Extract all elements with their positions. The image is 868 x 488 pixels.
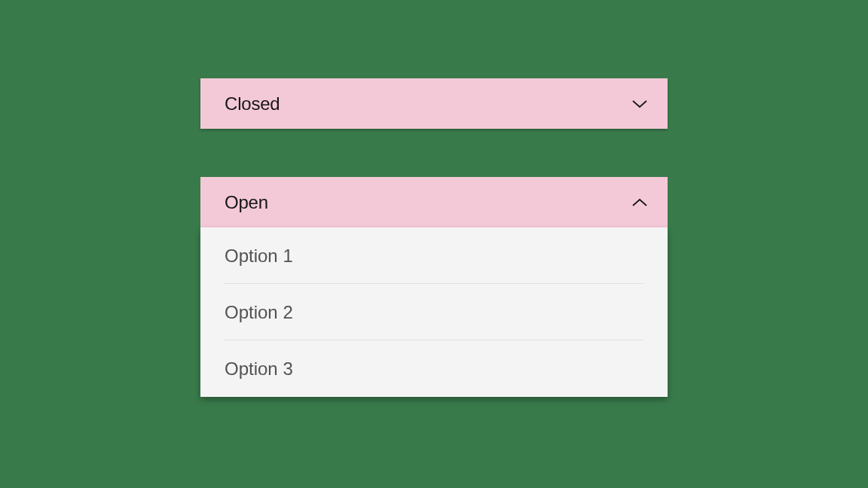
dropdown-option[interactable]: Option 1 <box>200 227 668 284</box>
dropdown-option-label: Option 3 <box>225 358 293 380</box>
dropdown-option[interactable]: Option 2 <box>200 284 668 340</box>
dropdown-menu: Option 1 Option 2 Option 3 <box>200 227 668 397</box>
dropdown-open: Open Option 1 Option 2 Option 3 <box>200 177 668 397</box>
chevron-down-icon <box>631 96 648 112</box>
dropdown-closed: Closed <box>200 78 668 129</box>
dropdown-option-label: Option 1 <box>225 246 293 267</box>
dropdown-option-label: Option 2 <box>225 302 293 323</box>
dropdown-closed-header[interactable]: Closed <box>200 78 668 129</box>
dropdown-open-header[interactable]: Open <box>200 177 668 227</box>
dropdown-option[interactable]: Option 3 <box>200 340 668 397</box>
chevron-up-icon <box>631 194 648 211</box>
dropdown-closed-label: Closed <box>225 93 280 114</box>
dropdown-open-label: Open <box>225 192 268 213</box>
